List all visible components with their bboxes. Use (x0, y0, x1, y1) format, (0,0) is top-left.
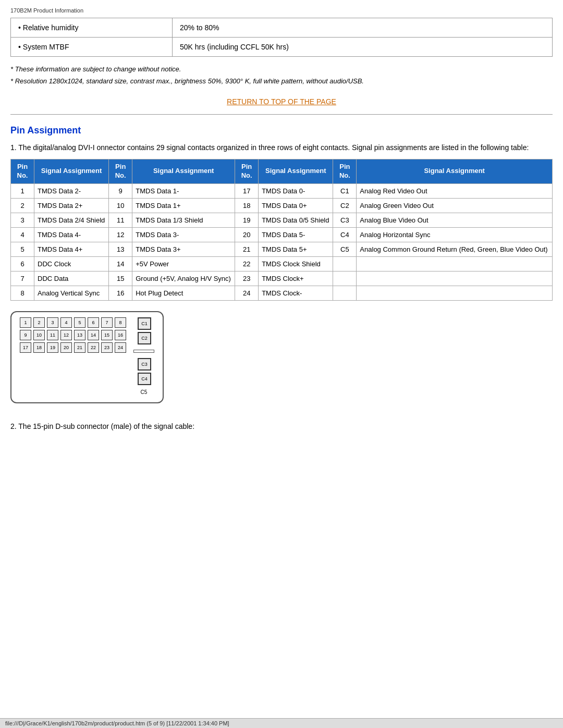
pin-number-cell: 7 (11, 271, 34, 286)
signal-cell: Analog Vertical Sync (34, 286, 109, 300)
specs-table: • Relative humidity20% to 80%• System MT… (10, 18, 553, 57)
pin-assignment-title: Pin Assignment (10, 125, 553, 136)
signal-cell: TMDS Data 0/5 Shield (259, 213, 333, 227)
c3-pin: C3 (138, 358, 151, 371)
signal-cell: Analog Horizontal Sync (357, 227, 553, 242)
connector-pin-box: 2 (33, 317, 45, 328)
signal-cell: TMDS Data 5- (259, 227, 333, 242)
signal-cell: Hot Plug Detect (132, 286, 235, 300)
signal-cell: TMDS Clock+ (259, 271, 333, 286)
connector-pin-box: 22 (88, 342, 99, 353)
signal-cell: TMDS Data 5+ (259, 242, 333, 256)
pin-assignment-table: Pin No.Signal AssignmentPin No.Signal As… (10, 159, 553, 301)
c5-label: C5 (133, 389, 154, 395)
connector-pin-box: 13 (74, 330, 85, 340)
table-row: 8Analog Vertical Sync16Hot Plug Detect24… (11, 286, 553, 300)
col-signal-header: Signal Assignment (259, 159, 333, 184)
signal-cell: TMDS Data 3+ (132, 242, 235, 256)
connector-pin-box: 15 (101, 330, 113, 340)
spec-label: • Relative humidity (11, 18, 173, 38)
table-row: • System MTBF50K hrs (including CCFL 50K… (11, 38, 553, 57)
pin-number-cell: 11 (109, 213, 132, 227)
connector-pin-box: 9 (20, 330, 31, 340)
signal-cell: TMDS Data 2+ (34, 198, 109, 213)
pin-number-cell: 20 (235, 227, 259, 242)
pin-number-cell: 14 (109, 256, 132, 271)
connector-pin-box: 24 (115, 342, 126, 353)
pin-intro-text: 1. The digital/analog DVI-I onnector con… (10, 143, 553, 152)
connector-pin-box: 6 (88, 317, 99, 328)
table-row: 4TMDS Data 4-12TMDS Data 3-20TMDS Data 5… (11, 227, 553, 242)
browser-bar: 170B2M Product Information (10, 5, 553, 18)
connector-pin-box: 4 (60, 317, 72, 328)
connector-pin-box: 10 (33, 330, 45, 340)
col-pin-no-header: Pin No. (333, 159, 357, 184)
connector-pin-box: 21 (74, 342, 85, 353)
signal-cell: Analog Green Video Out (357, 198, 553, 213)
pin-number-cell: 5 (11, 242, 34, 256)
pin-number-cell: 9 (109, 183, 132, 198)
col-signal-header: Signal Assignment (357, 159, 553, 184)
pin-number-cell: C5 (333, 242, 357, 256)
status-bar: file:///D|/Grace/K1/english/170b2m/produ… (0, 718, 563, 728)
signal-cell: TMDS Data 2/4 Shield (34, 213, 109, 227)
table-row: 2TMDS Data 2+10TMDS Data 1+18TMDS Data 0… (11, 198, 553, 213)
pin-number-cell: 16 (109, 286, 132, 300)
connector-pin-box: 11 (47, 330, 58, 340)
c2-pin: C2 (138, 332, 151, 344)
spec-value: 20% to 80% (173, 18, 553, 38)
signal-cell: DDC Clock (34, 256, 109, 271)
c1-pin: C1 (138, 317, 151, 330)
connector-pin-box: 8 (115, 317, 126, 328)
spec-value: 50K hrs (including CCFL 50K hrs) (173, 38, 553, 57)
return-link-container: RETURN TO TOP OF THE PAGE (10, 97, 553, 106)
connector-pin-box: 17 (20, 342, 31, 353)
signal-cell: TMDS Data 4+ (34, 242, 109, 256)
browser-title: 170B2M Product Information (10, 7, 83, 14)
connector-pin-box: 5 (74, 317, 85, 328)
pin-number-cell: 22 (235, 256, 259, 271)
connector-image: 12345678 910111213141516 171819202122232… (10, 311, 164, 403)
connector-pin-box: 12 (60, 330, 72, 340)
pin-number-cell (333, 271, 357, 286)
connector-diagram: 12345678 910111213141516 171819202122232… (10, 311, 553, 412)
connector-pin-box: 14 (88, 330, 99, 340)
table-row: 1TMDS Data 2-9TMDS Data 1-17TMDS Data 0-… (11, 183, 553, 198)
pin-number-cell: 1 (11, 183, 34, 198)
pin-number-cell: 10 (109, 198, 132, 213)
col-signal-header: Signal Assignment (132, 159, 235, 184)
pin-number-cell (333, 256, 357, 271)
pin-number-cell: 8 (11, 286, 34, 300)
signal-cell: TMDS Clock- (259, 286, 333, 300)
signal-cell: Analog Red Video Out (357, 183, 553, 198)
table-row: 6DDC Clock14+5V Power22TMDS Clock Shield (11, 256, 553, 271)
signal-cell (357, 271, 553, 286)
pin-number-cell: 3 (11, 213, 34, 227)
connector-pin-box: 16 (115, 330, 126, 340)
pin-number-cell: 2 (11, 198, 34, 213)
status-bar-text: file:///D|/Grace/K1/english/170b2m/produ… (5, 720, 229, 726)
col-pin-no-header: Pin No. (235, 159, 259, 184)
pin-number-cell: 18 (235, 198, 259, 213)
connector-pin-box: 18 (33, 342, 45, 353)
signal-cell: TMDS Data 1+ (132, 198, 235, 213)
signal-cell (357, 256, 553, 271)
pin-number-cell: C1 (333, 183, 357, 198)
connector-pin-box: 20 (60, 342, 72, 353)
pin-number-cell: 12 (109, 227, 132, 242)
pin-number-cell (333, 286, 357, 300)
pin-table-header-row: Pin No.Signal AssignmentPin No.Signal As… (11, 159, 553, 184)
pin-number-cell: C4 (333, 227, 357, 242)
signal-cell: TMDS Data 4- (34, 227, 109, 242)
table-row: 7DDC Data15Ground (+5V, Analog H/V Sync)… (11, 271, 553, 286)
col-signal-header: Signal Assignment (34, 159, 109, 184)
pin-number-cell: C2 (333, 198, 357, 213)
pin-number-cell: 13 (109, 242, 132, 256)
signal-cell: TMDS Data 1- (132, 183, 235, 198)
pin-number-cell: 21 (235, 242, 259, 256)
return-to-top-link[interactable]: RETURN TO TOP OF THE PAGE (227, 97, 336, 106)
table-row: • Relative humidity20% to 80% (11, 18, 553, 38)
col-pin-no-header: Pin No. (109, 159, 132, 184)
connector-pin-box: 7 (101, 317, 113, 328)
note-2: * Resolution 1280x1024, standard size, c… (10, 77, 553, 85)
